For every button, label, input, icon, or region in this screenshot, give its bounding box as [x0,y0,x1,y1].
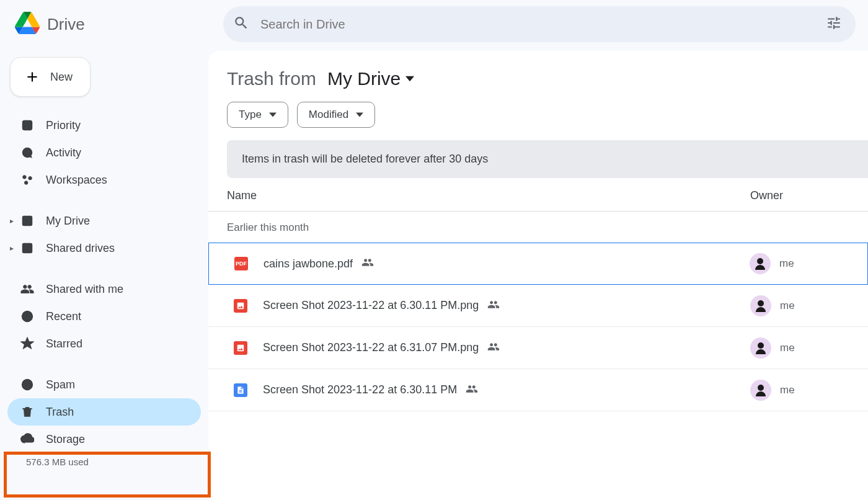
drive-logo-icon [15,11,40,38]
column-owner[interactable]: Owner [750,189,868,202]
sidebar: New Priority Activity Workspaces ▸ [0,48,208,500]
sidebar-item-label: Starred [46,337,82,350]
sidebar-item-label: Trash [46,406,74,419]
file-type-icon [232,382,249,399]
table-row[interactable]: Screen Shot 2023-11-22 at 6.31.07 PM.png… [208,327,868,369]
chip-label: Modified [309,109,348,121]
svg-point-14 [758,342,764,349]
sidebar-item-trash[interactable]: Trash [7,398,201,426]
recent-icon [20,309,35,324]
scope-dropdown[interactable]: My Drive [327,68,414,89]
file-type-icon: PDF [232,255,250,272]
activity-icon [20,145,35,160]
owner-cell: me [750,337,868,359]
shared-drives-icon [20,241,35,256]
owner-cell: me [750,380,868,401]
svg-point-2 [23,176,27,179]
filter-chip-modified[interactable]: Modified [297,102,375,128]
svg-point-8 [28,246,30,249]
svg-point-13 [758,300,764,306]
svg-point-11 [27,387,28,388]
svg-point-1 [27,154,28,154]
column-name[interactable]: Name [227,189,750,202]
search-input[interactable] [260,17,811,32]
spam-icon [20,377,35,392]
mydrive-icon [20,213,35,228]
owner-text: me [780,342,795,354]
caret-down-icon [269,111,277,118]
sidebar-item-recent[interactable]: Recent [7,303,201,330]
storage-used-text: 576.3 MB used [7,453,201,467]
file-name: cains jawbone.pdf [264,257,353,270]
starred-icon [20,336,35,351]
sidebar-item-activity[interactable]: Activity [7,139,201,166]
sidebar-item-label: Activity [46,146,81,159]
svg-point-4 [24,181,28,185]
sidebar-item-label: My Drive [46,215,90,228]
chevron-right-icon[interactable]: ▸ [10,244,14,252]
caret-down-icon [405,74,414,83]
storage-icon [20,432,35,447]
shared-icon [466,383,478,398]
file-name: Screen Shot 2023-11-22 at 6.30.11 PM [263,383,457,396]
table-row[interactable]: Screen Shot 2023-11-22 at 6.30.11 PM.png… [208,285,868,327]
info-banner: Items in trash will be deleted forever a… [227,140,868,178]
priority-icon [20,118,35,133]
plus-icon [24,69,40,85]
sidebar-item-label: Workspaces [46,174,107,187]
sidebar-item-workspaces[interactable]: Workspaces [7,166,201,194]
file-name: Screen Shot 2023-11-22 at 6.30.11 PM.png [263,299,479,312]
shared-with-me-icon [20,282,35,297]
shared-icon [487,298,500,313]
sidebar-item-spam[interactable]: Spam [7,371,201,398]
scope-label: My Drive [327,68,401,89]
owner-cell: me [750,253,867,274]
filter-chip-type[interactable]: Type [227,102,288,128]
svg-point-7 [25,246,27,249]
new-button-label: New [50,71,73,84]
sidebar-item-label: Shared drives [46,242,115,255]
sidebar-item-storage[interactable]: Storage [7,426,201,453]
shared-icon [487,341,500,355]
avatar [750,380,771,401]
svg-point-15 [758,385,764,391]
sidebar-item-priority[interactable]: Priority [7,112,201,139]
workspaces-icon [20,172,35,187]
file-name: Screen Shot 2023-11-22 at 6.31.07 PM.png [263,341,479,354]
owner-text: me [780,300,795,312]
page-title-prefix: Trash from [227,68,316,89]
sidebar-item-label: Recent [46,310,81,323]
file-type-icon [232,297,249,315]
sidebar-item-label: Priority [46,119,81,132]
sidebar-item-label: Shared with me [46,283,123,296]
file-type-icon [232,339,249,357]
sidebar-item-shared-drives[interactable]: ▸ Shared drives [7,234,201,262]
brand-name: Drive [47,15,85,34]
search-options-icon[interactable] [822,11,846,37]
search-bar[interactable] [223,6,856,42]
avatar [750,337,771,359]
search-icon[interactable] [233,15,249,33]
svg-point-12 [757,258,763,264]
chevron-right-icon[interactable]: ▸ [10,217,14,225]
table-row[interactable]: PDFcains jawbone.pdfme [208,243,868,285]
sidebar-item-shared-with-me[interactable]: Shared with me [7,275,201,303]
shared-icon [361,256,374,271]
new-button[interactable]: New [10,57,91,97]
header: Drive [0,0,868,48]
sidebar-item-my-drive[interactable]: ▸ My Drive [7,207,201,234]
sidebar-item-starred[interactable]: Starred [7,330,201,357]
chip-label: Type [239,109,262,121]
table-row[interactable]: Screen Shot 2023-11-22 at 6.30.11 PMme [208,369,868,411]
sidebar-item-label: Storage [46,433,85,446]
sidebar-item-label: Spam [46,378,75,391]
column-headers: Name Owner [208,178,868,212]
section-label: Earlier this month [208,212,868,243]
owner-cell: me [750,295,868,316]
brand[interactable]: Drive [15,11,208,38]
trash-icon [20,404,35,419]
svg-point-3 [29,177,32,181]
main-content: Trash from My Drive Type Modified Items … [208,51,868,500]
owner-text: me [779,257,794,270]
caret-down-icon [356,111,363,118]
